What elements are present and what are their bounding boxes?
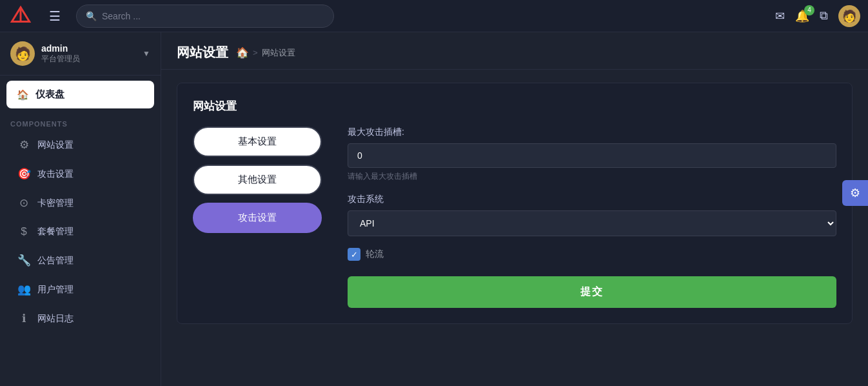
- announcement-icon: 🔧: [17, 254, 31, 267]
- search-bar: 🔍: [76, 5, 334, 28]
- package-icon: $: [17, 225, 31, 238]
- submit-button[interactable]: 提交: [348, 276, 836, 308]
- sidebar: 🧑 admin 平台管理员 ▼ 🏠 仪表盘 COMPONENTS ⚙ 网站设置 …: [0, 32, 161, 386]
- user-avatar[interactable]: 🧑: [838, 5, 860, 27]
- breadcrumb: 🏠 > 网站设置: [236, 46, 295, 59]
- breadcrumb-current-page: 网站设置: [262, 47, 295, 59]
- sidebar-item-announcement-management[interactable]: 🔧 公告管理: [5, 247, 155, 274]
- checkbox-round-robin[interactable]: ✓: [348, 248, 360, 261]
- page-header: 网站设置 🏠 > 网站设置: [161, 32, 868, 70]
- sidebar-item-label: 网站日志: [37, 313, 74, 325]
- sidebar-item-attack-settings[interactable]: 🎯 攻击设置: [5, 160, 155, 188]
- sidebar-item-label: 攻击设置: [37, 168, 74, 180]
- sidebar-item-website-settings[interactable]: ⚙ 网站设置: [5, 131, 155, 159]
- settings-card: 网站设置 基本设置 其他设置 攻击设置 最大攻击插槽:: [177, 83, 853, 324]
- sidebar-item-dashboard[interactable]: 🏠 仪表盘: [6, 81, 154, 108]
- sidebar-item-user-management[interactable]: 👥 用户管理: [5, 276, 155, 303]
- sidebar-section-components: COMPONENTS: [0, 114, 161, 130]
- breadcrumb-separator: >: [253, 48, 258, 57]
- sidebar-user-avatar: 🧑: [10, 41, 35, 66]
- notification-bell-button[interactable]: 🔔 4: [795, 9, 809, 23]
- notification-badge: 4: [804, 5, 814, 15]
- sidebar-user-dropdown-icon[interactable]: ▼: [143, 49, 150, 58]
- logo: [8, 3, 34, 29]
- users-icon: 👥: [17, 283, 31, 296]
- sidebar-item-card-management[interactable]: ⊙ 卡密管理: [5, 189, 155, 217]
- header-right-actions: ✉ 🔔 4 ⧉ 🧑: [775, 5, 860, 27]
- sidebar-item-site-log[interactable]: ℹ 网站日志: [5, 305, 155, 332]
- card-icon: ⊙: [17, 196, 31, 210]
- home-icon: 🏠: [17, 89, 29, 101]
- max-attack-label: 最大攻击插槽:: [348, 127, 836, 138]
- tab-attack-settings[interactable]: 攻击设置: [193, 203, 322, 233]
- content-area: 网站设置 🏠 > 网站设置 网站设置 基本设置 其他设置 攻击设置: [161, 32, 868, 386]
- content-body: 网站设置 基本设置 其他设置 攻击设置 最大攻击插槽:: [161, 70, 868, 386]
- attack-system-label: 攻击系统: [348, 194, 836, 205]
- settings-tabs: 基本设置 其他设置 攻击设置: [193, 127, 322, 308]
- mail-icon-button[interactable]: ✉: [775, 9, 785, 23]
- info-icon: ℹ: [17, 312, 31, 325]
- top-header: ☰ 🔍 ✉ 🔔 4 ⧉ 🧑: [0, 0, 868, 32]
- checkbox-row: ✓ 轮流: [348, 248, 836, 261]
- gear-icon: ⚙: [850, 186, 860, 200]
- settings-card-title: 网站设置: [193, 99, 836, 114]
- sidebar-item-label: 卡密管理: [37, 198, 74, 209]
- max-attack-input[interactable]: [348, 143, 836, 168]
- floating-gear-button[interactable]: ⚙: [842, 180, 868, 206]
- tab-other-settings[interactable]: 其他设置: [193, 165, 322, 195]
- settings-inner: 基本设置 其他设置 攻击设置 最大攻击插槽: 请输入最大攻击插槽: [193, 127, 836, 308]
- settings-form: 最大攻击插槽: 请输入最大攻击插槽 攻击系统 API 自建: [348, 127, 836, 308]
- sidebar-item-label: 套餐管理: [37, 226, 74, 238]
- breadcrumb-home-icon[interactable]: 🏠: [236, 46, 249, 59]
- attack-icon: 🎯: [17, 167, 31, 181]
- max-attack-hint: 请输入最大攻击插槽: [348, 171, 836, 182]
- attack-system-select[interactable]: API 自建: [348, 210, 836, 236]
- tab-basic-settings[interactable]: 基本设置: [193, 127, 322, 157]
- sidebar-user-name: admin: [41, 43, 136, 54]
- main-layout: 🧑 admin 平台管理员 ▼ 🏠 仪表盘 COMPONENTS ⚙ 网站设置 …: [0, 32, 868, 386]
- sidebar-item-package-management[interactable]: $ 套餐管理: [5, 218, 155, 245]
- settings-icon: ⚙: [17, 138, 31, 152]
- sidebar-dashboard-label: 仪表盘: [35, 88, 64, 101]
- sidebar-item-label: 网站设置: [37, 139, 74, 151]
- max-attack-group: 最大攻击插槽: 请输入最大攻击插槽: [348, 127, 836, 182]
- search-icon: 🔍: [86, 11, 97, 21]
- search-input[interactable]: [102, 11, 324, 21]
- checkbox-label: 轮流: [366, 249, 384, 260]
- attack-system-group: 攻击系统 API 自建: [348, 194, 836, 236]
- sidebar-item-label: 用户管理: [37, 284, 74, 296]
- sidebar-item-label: 公告管理: [37, 255, 74, 267]
- hamburger-menu[interactable]: ☰: [44, 5, 66, 28]
- sidebar-user-role: 平台管理员: [41, 54, 136, 65]
- page-title: 网站设置: [177, 44, 228, 61]
- sidebar-user-info: admin 平台管理员: [41, 43, 136, 65]
- layers-icon-button[interactable]: ⧉: [820, 9, 828, 23]
- sidebar-user: 🧑 admin 平台管理员 ▼: [0, 32, 161, 76]
